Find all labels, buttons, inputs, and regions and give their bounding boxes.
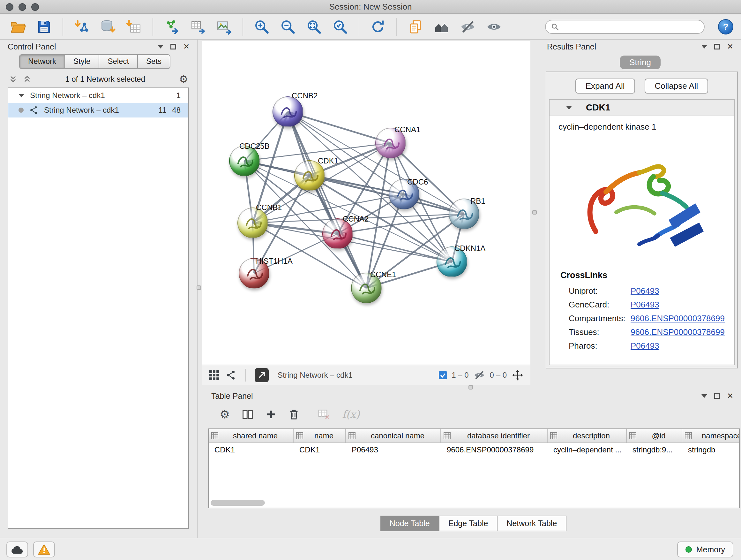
tab-style[interactable]: Style xyxy=(65,54,99,69)
open-session-button[interactable] xyxy=(8,17,28,37)
refresh-button[interactable] xyxy=(367,17,388,37)
results-panel-title: Results Panel xyxy=(547,42,596,51)
search-field xyxy=(545,20,704,34)
close-panel-icon[interactable]: ✕ xyxy=(727,392,733,400)
gear-icon[interactable]: ⚙ xyxy=(179,74,188,84)
float-panel-icon[interactable] xyxy=(171,44,176,50)
add-column-icon[interactable] xyxy=(266,409,276,420)
save-session-button[interactable] xyxy=(34,17,54,37)
network-collection-row[interactable]: String Network – cdk1 1 xyxy=(8,88,188,103)
tab-string[interactable]: String xyxy=(620,56,661,69)
splitter-handle[interactable] xyxy=(468,385,473,389)
panel-menu-icon[interactable] xyxy=(158,45,163,49)
gene-section-header[interactable]: CDK1 xyxy=(549,100,734,116)
node-table: shared namenamecanonical namedatabase id… xyxy=(208,428,740,508)
show-panels-button[interactable] xyxy=(484,17,504,37)
delete-column-icon[interactable] xyxy=(288,409,299,420)
float-panel-icon[interactable] xyxy=(714,393,720,399)
splitter-handle[interactable] xyxy=(532,210,537,214)
table-row[interactable]: CDK1CDK1P064939606.ENSP00000378699cyclin… xyxy=(209,443,739,456)
table-settings-gear-icon[interactable]: ⚙ xyxy=(219,409,230,420)
hide-panels-button[interactable] xyxy=(458,17,478,37)
open-folder-icon xyxy=(10,18,26,35)
tab-select[interactable]: Select xyxy=(99,54,138,69)
column-type-icon xyxy=(550,432,557,439)
zoom-in-button[interactable] xyxy=(252,17,272,37)
tree-expanded-icon[interactable] xyxy=(18,94,24,98)
toolbar-separator xyxy=(245,369,246,381)
documents-button[interactable] xyxy=(405,17,426,37)
cloud-button[interactable] xyxy=(6,542,28,557)
network-tree: String Network – cdk1 1 String Network –… xyxy=(8,87,189,529)
memory-button[interactable]: Memory xyxy=(677,542,733,557)
column-header-name[interactable]: name xyxy=(293,429,346,442)
expand-all-icon[interactable] xyxy=(9,75,17,83)
crosslink-link[interactable]: P06493 xyxy=(630,341,659,351)
control-panel-tabs: NetworkStyleSelectSets xyxy=(19,54,197,69)
export-view-button[interactable] xyxy=(255,368,269,382)
network-overview-icon[interactable] xyxy=(226,370,236,380)
search-icon xyxy=(551,23,559,31)
zoom-fit-button[interactable] xyxy=(304,17,324,37)
tab-edge-table[interactable]: Edge Table xyxy=(440,516,498,531)
panel-menu-icon[interactable] xyxy=(701,45,707,49)
search-input[interactable] xyxy=(562,22,699,31)
column-header-namespace[interactable]: namespace xyxy=(682,429,740,442)
function-builder-icon[interactable]: f(x) xyxy=(342,408,360,421)
expand-all-button[interactable]: Expand All xyxy=(576,78,635,94)
collapse-all-button[interactable]: Collapse All xyxy=(645,78,709,94)
home-button[interactable] xyxy=(431,17,452,37)
pan-crosshair-icon[interactable] xyxy=(511,369,524,381)
network-node-CCNB2[interactable] xyxy=(273,97,303,127)
network-edge-CCNB2-CCNE1[interactable] xyxy=(288,112,366,288)
network-canvas[interactable]: CCNB2CCNA1CDC25BCDK1CDC6RB1CCNB1CCNA2CDK… xyxy=(202,41,530,365)
help-button[interactable]: ? xyxy=(718,19,733,35)
main-toolbar: ? xyxy=(0,15,741,40)
network-row[interactable]: String Network – cdk1 11 48 xyxy=(8,103,188,118)
zoom-out-button[interactable] xyxy=(278,17,298,37)
column-header-database-identifier[interactable]: database identifier xyxy=(441,429,548,442)
close-panel-icon[interactable]: ✕ xyxy=(183,43,190,51)
close-panel-icon[interactable]: ✕ xyxy=(727,43,733,51)
warnings-button[interactable] xyxy=(33,542,55,557)
import-network-from-file-button[interactable] xyxy=(71,17,92,37)
panel-menu-icon[interactable] xyxy=(701,394,707,398)
results-panel: Results Panel ✕ String Expand All Collap… xyxy=(539,40,741,374)
export-image-button[interactable] xyxy=(214,17,234,37)
zoom-selected-button[interactable] xyxy=(330,17,350,37)
section-collapse-icon[interactable] xyxy=(566,106,572,110)
float-panel-icon[interactable] xyxy=(714,44,720,50)
network-edge-CCNB2-CCNA1[interactable] xyxy=(288,112,391,143)
tab-network-table[interactable]: Network Table xyxy=(497,516,566,531)
scrollbar-thumb[interactable] xyxy=(211,500,265,506)
tab-sets[interactable]: Sets xyxy=(138,54,171,69)
control-panel: Control Panel ✕ NetworkStyleSelectSets 1… xyxy=(0,40,198,538)
crosslink-link[interactable]: P06493 xyxy=(630,300,659,310)
crosslink-link[interactable]: P06493 xyxy=(630,286,659,296)
collapse-all-icon[interactable] xyxy=(23,75,31,83)
tab-network[interactable]: Network xyxy=(19,54,65,69)
splitter-handle[interactable] xyxy=(197,286,201,290)
hidden-eye-slash-icon[interactable] xyxy=(473,369,485,381)
column-header-description[interactable]: description xyxy=(548,429,627,442)
delete-table-icon-disabled[interactable] xyxy=(318,409,330,420)
crosslink-link[interactable]: 9606.ENSP00000378699 xyxy=(630,327,725,337)
network-node-CCNB1[interactable] xyxy=(238,207,268,238)
export-table-button[interactable] xyxy=(188,17,208,37)
show-columns-icon[interactable] xyxy=(242,409,253,420)
eye-icon xyxy=(486,18,502,35)
table-cell: cyclin–dependent ... xyxy=(548,445,627,454)
import-network-from-database-button[interactable] xyxy=(98,17,118,37)
grid-view-icon[interactable] xyxy=(209,370,219,381)
selected-checkbox-icon[interactable] xyxy=(439,371,447,379)
column-header-shared-name[interactable]: shared name xyxy=(209,429,293,442)
table-horizontal-scrollbar[interactable] xyxy=(211,500,737,506)
window-title: Session: New Session xyxy=(0,2,741,12)
crosslink-link[interactable]: 9606.ENSP00000378699 xyxy=(630,314,725,323)
new-network-from-selection-button[interactable] xyxy=(161,17,182,37)
import-table-from-file-button[interactable] xyxy=(124,17,144,37)
tab-node-table[interactable]: Node Table xyxy=(380,516,440,531)
column-header-canonical-name[interactable]: canonical name xyxy=(346,429,441,442)
column-header--id[interactable]: @id xyxy=(627,429,682,442)
zoom-in-icon xyxy=(253,18,270,35)
